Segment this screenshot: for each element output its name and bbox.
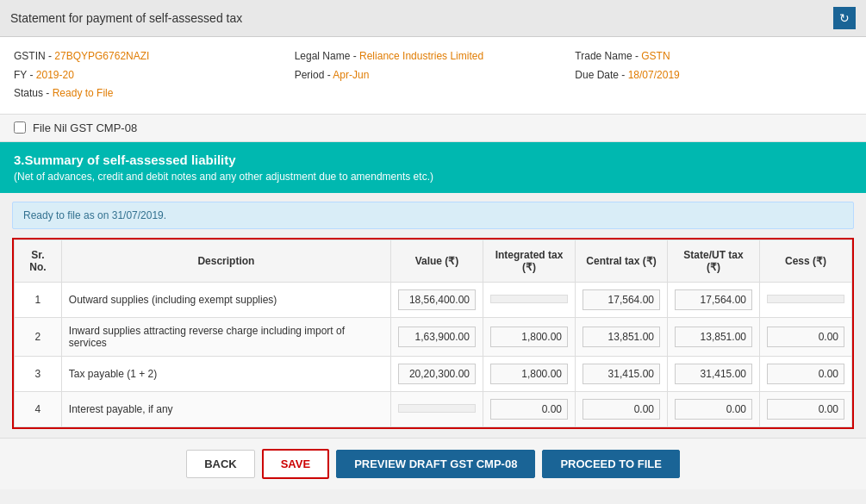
legal-name-value: Reliance Industries Limited xyxy=(359,50,483,62)
footer: BACK SAVE PREVIEW DRAFT GST CMP-08 PROCE… xyxy=(0,438,866,489)
period-value: Apr-Jun xyxy=(333,69,369,81)
table-cell[interactable]: 0.00 xyxy=(759,317,851,356)
table-cell: 2 xyxy=(15,317,62,356)
col-integrated: Integrated tax(₹) xyxy=(483,240,575,282)
table-cell[interactable]: 1,63,900.00 xyxy=(390,317,483,356)
page-title: Statement for payment of self-assessed t… xyxy=(10,11,242,25)
table-row: 2Inward supplies attracting reverse char… xyxy=(15,317,852,356)
info-grid: GSTIN - 27BQYPG6762NAZI FY - 2019-20 Sta… xyxy=(14,47,852,103)
table-cell: Outward supplies (including exempt suppl… xyxy=(61,282,390,317)
col-state: State/UT tax(₹) xyxy=(667,240,759,282)
period-label: Period - xyxy=(295,69,333,81)
table-cell[interactable]: 13,851.00 xyxy=(667,317,759,356)
table-cell[interactable]: 17,564.00 xyxy=(667,282,759,317)
table-wrapper: Sr. No. Description Value (₹) Integrated… xyxy=(12,238,854,429)
trade-name-label: Trade Name - xyxy=(575,50,641,62)
trade-name-info: Trade Name - GSTN Due Date - 18/07/2019 xyxy=(575,47,852,103)
table-cell[interactable]: 0.00 xyxy=(759,391,851,426)
table-cell[interactable]: 0.00 xyxy=(575,391,667,426)
table-row: 3Tax payable (1 + 2)20,20,300.001,800.00… xyxy=(15,356,852,391)
table-cell[interactable]: 31,415.00 xyxy=(667,356,759,391)
trade-name-value: GSTN xyxy=(641,50,670,62)
table-cell[interactable]: 0.00 xyxy=(759,356,851,391)
due-date-label: Due Date - xyxy=(575,69,627,81)
preview-button[interactable]: PREVIEW DRAFT GST CMP-08 xyxy=(336,450,535,478)
nil-checkbox[interactable] xyxy=(14,121,26,134)
table-cell[interactable]: 13,851.00 xyxy=(575,317,667,356)
table-cell[interactable] xyxy=(390,391,483,426)
table-row: 4Interest payable, if any0.000.000.000.0… xyxy=(15,391,852,426)
top-bar: Statement for payment of self-assessed t… xyxy=(0,0,866,37)
table-cell[interactable]: 20,20,300.00 xyxy=(390,356,483,391)
table-cell: 1 xyxy=(15,282,62,317)
summary-table: Sr. No. Description Value (₹) Integrated… xyxy=(14,240,852,427)
gstin-value: 27BQYPG6762NAZI xyxy=(54,50,149,62)
table-cell[interactable]: 17,564.00 xyxy=(575,282,667,317)
ready-bar-text: Ready to file as on 31/07/2019. xyxy=(23,209,166,221)
legal-name-info: Legal Name - Reliance Industries Limited… xyxy=(295,47,572,103)
section-title: 3.Summary of self-assessed liability xyxy=(14,152,852,167)
section-subtitle: (Net of advances, credit and debit notes… xyxy=(14,171,852,183)
fy-label: FY - xyxy=(14,69,36,81)
section-header: 3.Summary of self-assessed liability (Ne… xyxy=(0,142,866,193)
table-header-row: Sr. No. Description Value (₹) Integrated… xyxy=(15,240,852,282)
table-cell: Tax payable (1 + 2) xyxy=(61,356,390,391)
table-cell[interactable]: 1,800.00 xyxy=(483,317,575,356)
col-cess: Cess (₹) xyxy=(759,240,851,282)
table-cell[interactable]: 0.00 xyxy=(483,391,575,426)
gstin-info: GSTIN - 27BQYPG6762NAZI FY - 2019-20 Sta… xyxy=(14,47,291,103)
due-date-value: 18/07/2019 xyxy=(628,69,680,81)
nil-label: File Nil GST CMP-08 xyxy=(33,121,137,134)
table-cell: Inward supplies attracting reverse charg… xyxy=(61,317,390,356)
legal-name-label: Legal Name - xyxy=(295,50,359,62)
status-value: Ready to File xyxy=(53,87,114,99)
status-label: Status - xyxy=(14,87,53,99)
col-central: Central tax (₹) xyxy=(575,240,667,282)
save-button[interactable]: SAVE xyxy=(262,449,329,479)
table-cell[interactable] xyxy=(759,282,851,317)
table-cell[interactable]: 18,56,400.00 xyxy=(390,282,483,317)
table-cell[interactable] xyxy=(483,282,575,317)
back-button[interactable]: BACK xyxy=(186,450,255,478)
gstin-label: GSTIN - xyxy=(14,50,54,62)
proceed-button[interactable]: PROCEED TO FILE xyxy=(542,450,680,478)
table-cell[interactable]: 1,800.00 xyxy=(483,356,575,391)
table-row: 1Outward supplies (including exempt supp… xyxy=(15,282,852,317)
col-description: Description xyxy=(61,240,390,282)
table-cell[interactable]: 0.00 xyxy=(667,391,759,426)
nil-checkbox-section: File Nil GST CMP-08 xyxy=(0,115,866,142)
col-value: Value (₹) xyxy=(390,240,483,282)
table-cell: 3 xyxy=(15,356,62,391)
table-cell: Interest payable, if any xyxy=(61,391,390,426)
refresh-button[interactable]: ↻ xyxy=(833,7,856,29)
table-cell[interactable]: 31,415.00 xyxy=(575,356,667,391)
table-cell: 4 xyxy=(15,391,62,426)
ready-bar: Ready to file as on 31/07/2019. xyxy=(12,202,854,229)
col-srno: Sr. No. xyxy=(15,240,62,282)
info-section: GSTIN - 27BQYPG6762NAZI FY - 2019-20 Sta… xyxy=(0,37,866,115)
fy-value: 2019-20 xyxy=(36,69,74,81)
